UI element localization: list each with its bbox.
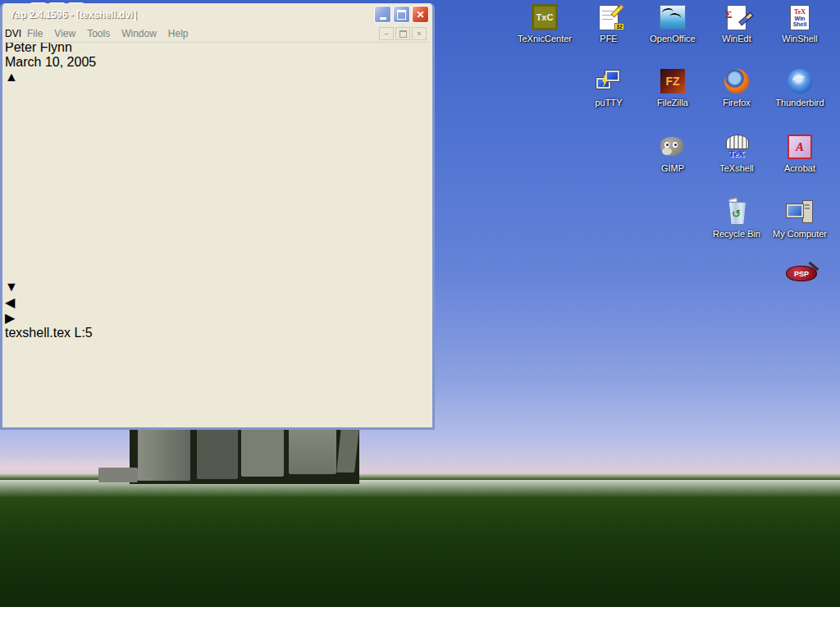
yap-menu-tools[interactable]: Tools — [81, 26, 116, 41]
status-file-segment: texshell.tex L:5 — [5, 326, 116, 340]
winedt-icon: Σ — [723, 3, 751, 31]
my-computer-icon — [786, 199, 814, 226]
icon-label: Thunderbird — [768, 98, 832, 107]
icon-label: My Computer — [768, 229, 832, 239]
yap-window: Yap 2.4.1596 - [texshell.dvi] ✕ DVI File… — [0, 3, 435, 430]
texshell-icon: TeX — [723, 133, 751, 161]
yap-window-body: DVI FileViewToolsWindowHelp – × TEXshell… — [5, 25, 430, 425]
dvi-document-icon[interactable]: DVI — [5, 28, 21, 39]
desktop-icon-recycle-bin[interactable]: ↺ Recycle Bin — [705, 199, 769, 239]
recycle-bin-icon: ↺ — [723, 199, 751, 226]
maximize-button[interactable] — [393, 6, 410, 23]
yap-menubar: DVI FileViewToolsWindowHelp – × — [5, 25, 430, 43]
desktop-icon-texniccenter[interactable]: TxC TeXnicCenter — [513, 3, 577, 43]
yap-statusbar: texshell.tex L:5 — [5, 326, 430, 340]
putty-icon — [595, 67, 623, 95]
icon-label: puTTY — [577, 98, 641, 107]
yap-window-title: Yap 2.4.1596 - [texshell.dvi] — [9, 9, 374, 21]
dvi-page-view: TEXshell Peter Flynn March 10, 2005 ▲ ▼ — [5, 25, 430, 294]
thunderbird-icon — [786, 67, 814, 95]
yap-titlebar[interactable]: Yap 2.4.1596 - [texshell.dvi] ✕ — [2, 3, 432, 25]
gimp-icon — [659, 133, 687, 161]
icon-label: OpenOffice — [641, 34, 705, 43]
scroll-down-arrow[interactable]: ▼ — [5, 280, 430, 294]
desktop-icon-paint-shop-pro[interactable]: PSP — [766, 264, 830, 281]
mdi-minimize-icon: – — [379, 27, 394, 40]
yap-menu-items: FileViewToolsWindowHelp — [21, 26, 194, 41]
yap-menu-help[interactable]: Help — [162, 26, 194, 41]
scroll-left-arrow[interactable]: ◀ — [5, 294, 430, 310]
yap-menu-file[interactable]: File — [21, 26, 48, 41]
desktop-icon-winedt[interactable]: Σ WinEdt — [705, 3, 769, 43]
firefox-icon — [723, 67, 751, 95]
yap-menu-window[interactable]: Window — [116, 26, 162, 41]
desktop-icon-gimp[interactable]: GIMP — [641, 133, 705, 173]
stonehenge-stone — [98, 468, 138, 482]
mdi-close-icon: × — [412, 27, 427, 40]
texniccenter-icon: TxC — [531, 3, 559, 31]
icon-label: Firefox — [705, 98, 769, 107]
desktop-icon-putty[interactable]: puTTY — [577, 67, 641, 107]
filezilla-icon: FZ — [659, 67, 687, 95]
desktop-icon-firefox[interactable]: Firefox — [705, 67, 769, 107]
desktop-icon-filezilla[interactable]: FZ FileZilla — [641, 67, 705, 107]
paint-shop-pro-icon: PSP — [784, 264, 812, 281]
winshell-icon: TeXWinShell — [786, 3, 814, 31]
icon-label: Recycle Bin — [705, 229, 769, 239]
vertical-scrollbar[interactable]: ▲ ▼ — [5, 70, 430, 294]
desktop: TxC TeXnicCenter 32 PFE OpenOffice Σ Win… — [0, 0, 840, 630]
icon-label: WinEdt — [705, 34, 769, 43]
desktop-icon-winshell[interactable]: TeXWinShell WinShell — [768, 3, 832, 43]
icon-label: FileZilla — [641, 98, 705, 107]
desktop-icon-openoffice[interactable]: OpenOffice — [641, 3, 705, 43]
dvi-doc-date: March 10, 2005 — [5, 55, 430, 70]
close-button[interactable]: ✕ — [412, 6, 429, 23]
scroll-right-arrow[interactable]: ▶ — [5, 310, 430, 326]
vertical-scroll-thumb[interactable] — [5, 84, 430, 280]
desktop-icon-texshell[interactable]: TeX TeXshell — [705, 133, 769, 173]
yap-menu-view[interactable]: View — [48, 26, 81, 41]
pfe-icon: 32 — [595, 3, 623, 31]
icon-label: TeXnicCenter — [513, 34, 577, 43]
icon-label: GIMP — [641, 163, 705, 173]
desktop-icon-my-computer[interactable]: My Computer — [768, 199, 832, 239]
horizontal-scrollbar[interactable]: ◀ ▶ — [5, 294, 430, 326]
desktop-icon-thunderbird[interactable]: Thunderbird — [768, 67, 832, 107]
icon-label: TeXshell — [705, 163, 769, 173]
yap-mdi-buttons: – × — [379, 27, 430, 40]
openoffice-icon — [659, 3, 687, 31]
scroll-up-arrow[interactable]: ▲ — [5, 70, 430, 84]
acrobat-icon: A — [786, 133, 814, 161]
desktop-icon-acrobat[interactable]: A Acrobat — [768, 133, 832, 173]
desktop-icon-pfe[interactable]: 32 PFE — [577, 3, 641, 43]
icon-label: WinShell — [768, 34, 832, 43]
icon-label: Acrobat — [768, 163, 832, 173]
minimize-button[interactable] — [374, 6, 391, 23]
mdi-restore-icon — [395, 27, 410, 40]
icon-label: PFE — [577, 34, 641, 43]
